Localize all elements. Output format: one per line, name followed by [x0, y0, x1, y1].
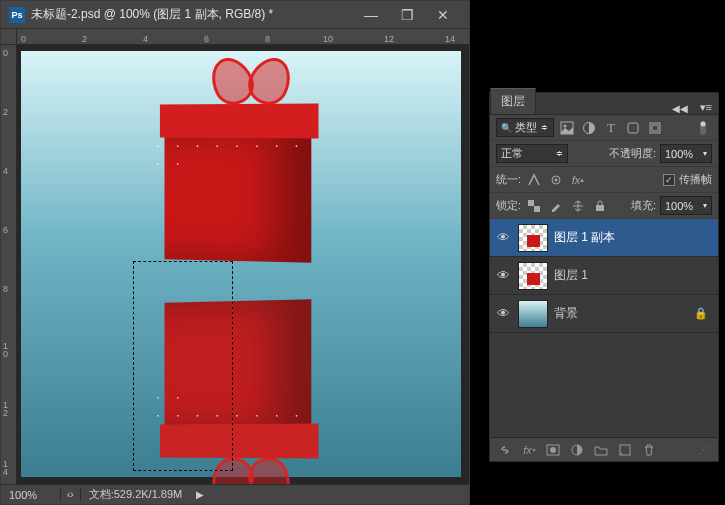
propagate-label: 传播帧 — [679, 172, 712, 187]
ruler-tick: 12 — [3, 401, 8, 417]
zoom-level[interactable]: 100% — [1, 489, 61, 501]
ruler-tick: 0 — [21, 34, 26, 44]
blend-mode-dropdown[interactable]: 正常≑ — [496, 144, 568, 163]
visibility-toggle-icon[interactable]: 👁 — [494, 268, 512, 283]
lock-indicator-icon: 🔒 — [694, 307, 714, 320]
adjustment-filter-icon[interactable] — [580, 119, 598, 137]
canvas[interactable] — [21, 51, 461, 477]
svg-rect-12 — [596, 205, 604, 211]
layer-item[interactable]: 👁 图层 1 — [490, 257, 718, 295]
layer-name[interactable]: 图层 1 副本 — [554, 229, 714, 246]
zoom-stepper-icon[interactable]: ‹› — [61, 489, 81, 500]
visibility-toggle-icon[interactable]: 👁 — [494, 230, 512, 245]
svg-rect-11 — [534, 206, 540, 212]
titlebar[interactable]: Ps 未标题-2.psd @ 100% (图层 1 副本, RGB/8) * —… — [1, 1, 469, 29]
unify-position-icon[interactable] — [525, 171, 543, 189]
opacity-input[interactable]: 100%▾ — [660, 144, 712, 163]
ruler-tick: 0 — [3, 49, 8, 57]
close-button[interactable]: ✕ — [425, 3, 461, 27]
shape-filter-icon[interactable] — [624, 119, 642, 137]
unify-visibility-icon[interactable] — [547, 171, 565, 189]
document-title: 未标题-2.psd @ 100% (图层 1 副本, RGB/8) * — [31, 6, 353, 23]
ruler-tick: 4 — [143, 34, 148, 44]
document-size[interactable]: 文档:529.2K/1.89M — [81, 487, 191, 502]
filter-kind-label: 类型 — [515, 120, 537, 135]
fill-label: 填充: — [631, 198, 656, 213]
type-filter-icon[interactable]: T — [602, 119, 620, 137]
vertical-ruler[interactable]: 0 2 4 6 8 10 12 14 — [1, 45, 17, 484]
document-window: Ps 未标题-2.psd @ 100% (图层 1 副本, RGB/8) * —… — [0, 0, 470, 505]
ruler-tick: 10 — [323, 34, 333, 44]
ruler-tick: 12 — [384, 34, 394, 44]
restore-button[interactable]: ❐ — [389, 3, 425, 27]
layer-item[interactable]: 👁 背景 🔒 — [490, 295, 718, 333]
ruler-origin[interactable] — [1, 29, 17, 45]
layers-panel: 图层 ◀◀ ▾≡ 🔍 类型 ≑ T 正常≑ 不透明度: — [489, 92, 719, 462]
lock-all-icon[interactable] — [591, 197, 609, 215]
layers-list[interactable]: 👁 图层 1 副本 👁 图层 1 👁 背景 🔒 — [490, 219, 718, 437]
smartobject-filter-icon[interactable] — [646, 119, 664, 137]
ps-app-icon: Ps — [9, 7, 25, 23]
link-layers-icon[interactable] — [494, 441, 516, 459]
layer-thumbnail[interactable] — [518, 300, 548, 328]
layer-item[interactable]: 👁 图层 1 副本 — [490, 219, 718, 257]
unify-style-icon[interactable]: fx▴ — [569, 171, 587, 189]
layers-panel-footer: fx▾ ⋰ — [490, 437, 718, 461]
marquee-selection[interactable] — [133, 261, 233, 471]
image-filter-icon[interactable] — [558, 119, 576, 137]
svg-point-7 — [701, 121, 706, 126]
filter-toggle-switch[interactable] — [694, 119, 712, 137]
ruler-tick: 8 — [3, 285, 8, 293]
lock-pixels-icon[interactable] — [547, 197, 565, 215]
new-layer-icon[interactable] — [614, 441, 636, 459]
ruler-tick: 6 — [204, 34, 209, 44]
layer-thumbnail[interactable] — [518, 262, 548, 290]
ruler-tick: 4 — [3, 167, 8, 175]
svg-rect-5 — [652, 125, 658, 131]
lock-transparent-icon[interactable] — [525, 197, 543, 215]
minimize-button[interactable]: — — [353, 3, 389, 27]
svg-rect-3 — [628, 123, 638, 133]
tab-layers[interactable]: 图层 — [490, 88, 536, 114]
filter-kind-dropdown[interactable]: 🔍 类型 ≑ — [496, 118, 554, 137]
status-bar: 100% ‹› 文档:529.2K/1.89M ▶ — [1, 484, 469, 504]
layer-name[interactable]: 背景 — [554, 305, 688, 322]
panel-collapse-icon[interactable]: ◀◀ — [666, 103, 694, 114]
horizontal-ruler[interactable]: 0 2 4 6 8 10 12 14 — [17, 29, 469, 45]
ruler-tick: 6 — [3, 226, 8, 234]
layer-filter-row: 🔍 类型 ≑ T — [490, 115, 718, 141]
new-group-icon[interactable] — [590, 441, 612, 459]
ruler-tick: 2 — [3, 108, 8, 116]
panel-resize-icon[interactable]: ⋰ — [692, 441, 714, 459]
svg-rect-10 — [528, 200, 534, 206]
ruler-tick: 2 — [82, 34, 87, 44]
svg-point-14 — [550, 447, 556, 453]
propagate-checkbox[interactable]: ✓ — [663, 174, 675, 186]
lock-row: 锁定: 填充: 100%▾ — [490, 193, 718, 219]
statusbar-menu-icon[interactable]: ▶ — [190, 489, 210, 500]
layer-name[interactable]: 图层 1 — [554, 267, 714, 284]
ruler-tick: 14 — [3, 460, 8, 476]
blend-mode-row: 正常≑ 不透明度: 100%▾ — [490, 141, 718, 167]
svg-point-1 — [564, 124, 567, 127]
adjustment-layer-icon[interactable] — [566, 441, 588, 459]
panel-menu-icon[interactable]: ▾≡ — [694, 101, 718, 114]
visibility-toggle-icon[interactable]: 👁 — [494, 306, 512, 321]
fx-icon[interactable]: fx▾ — [518, 441, 540, 459]
unify-label: 统一: — [496, 172, 521, 187]
lock-position-icon[interactable] — [569, 197, 587, 215]
ruler-tick: 8 — [265, 34, 270, 44]
fill-input[interactable]: 100%▾ — [660, 196, 712, 215]
lock-label: 锁定: — [496, 198, 521, 213]
svg-point-9 — [555, 178, 558, 181]
layer-thumbnail[interactable] — [518, 224, 548, 252]
ruler-tick: 14 — [445, 34, 455, 44]
opacity-label: 不透明度: — [609, 146, 656, 161]
delete-layer-icon[interactable] — [638, 441, 660, 459]
panel-tab-bar: 图层 ◀◀ ▾≡ — [490, 93, 718, 115]
ruler-tick: 10 — [3, 342, 8, 358]
layer-mask-icon[interactable] — [542, 441, 564, 459]
canvas-area[interactable] — [17, 45, 469, 484]
unify-row: 统一: fx▴ ✓ 传播帧 — [490, 167, 718, 193]
